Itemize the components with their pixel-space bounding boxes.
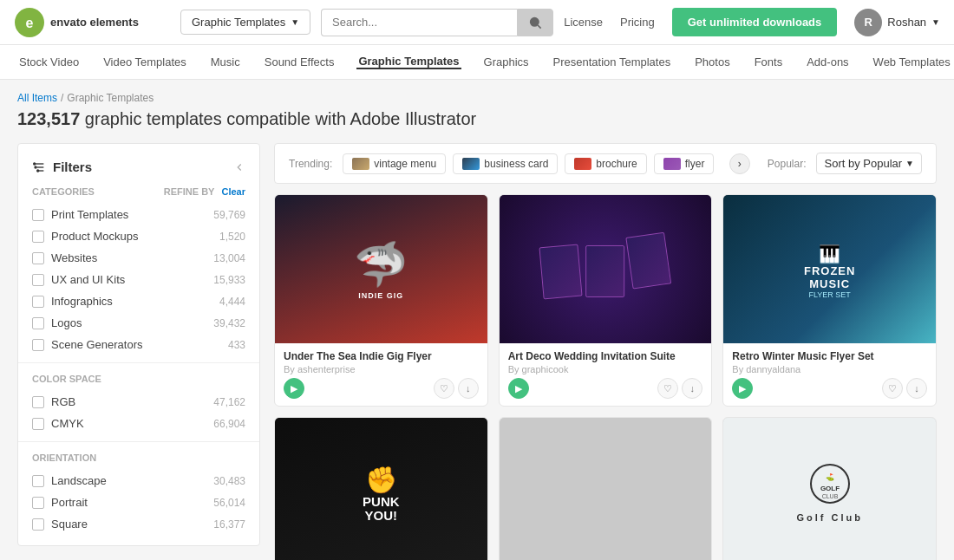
cat-nav-music[interactable]: Music — [209, 55, 242, 68]
breadcrumb-current: Graphic Templates — [67, 92, 154, 104]
logos-label: Logos — [51, 316, 82, 329]
scene-generators-label: Scene Generators — [51, 338, 143, 351]
sort-dropdown[interactable]: Sort by Popular ▼ — [816, 153, 922, 174]
card-3-title: Retro Winter Music Flyer Set — [732, 350, 927, 362]
websites-checkbox[interactable] — [32, 252, 44, 264]
get-unlimited-button[interactable]: Get unlimited downloads — [672, 8, 838, 36]
vintage-menu-thumb — [352, 158, 369, 170]
cat-nav-graphics[interactable]: Graphics — [482, 55, 531, 68]
filter-square: Square 16,377 — [18, 513, 259, 535]
category-dropdown[interactable]: Graphic Templates ▼ — [180, 10, 310, 35]
ux-ui-checkbox[interactable] — [32, 274, 44, 286]
card-3-download-btn[interactable]: ↓ — [906, 378, 927, 399]
logos-count: 39,432 — [213, 317, 245, 329]
svg-text:⛳: ⛳ — [826, 472, 834, 481]
cat-nav-photos[interactable]: Photos — [693, 55, 731, 68]
card-1-thumb: 🦈 INDIE GIG — [275, 195, 487, 343]
trending-label: Trending: — [289, 158, 332, 170]
svg-point-8 — [35, 166, 36, 168]
cat-nav-add-ons[interactable]: Add-ons — [805, 55, 850, 68]
shark-visual: 🦈 INDIE GIG — [275, 195, 487, 343]
search-button[interactable] — [517, 9, 553, 36]
divider-2 — [18, 441, 259, 442]
infographics-label: Infographics — [51, 295, 113, 308]
cat-nav-graphic-templates[interactable]: Graphic Templates — [356, 55, 461, 69]
card-1-download-btn[interactable]: ↓ — [458, 378, 479, 399]
wedding-card-1 — [539, 244, 583, 299]
filter-infographics: Infographics 4,444 — [18, 290, 259, 312]
art-deco-visual — [500, 195, 712, 343]
logo-text: envato elements — [50, 16, 139, 29]
ux-ui-count: 15,933 — [213, 274, 245, 286]
print-templates-label: Print Templates — [51, 208, 128, 221]
user-dropdown-icon: ▼ — [931, 17, 940, 27]
search-input[interactable] — [321, 9, 517, 36]
landscape-checkbox[interactable] — [32, 475, 44, 487]
result-description: graphic templates compatible with Adobe … — [85, 109, 476, 128]
clear-filters-link[interactable]: Clear — [221, 186, 245, 197]
flyer-thumb — [663, 158, 681, 170]
tag-flyer[interactable]: flyer — [654, 153, 715, 174]
card-1-info: Under The Sea Indie Gig Flyer By ashente… — [275, 343, 487, 406]
page-title: 123,517 graphic templates compatible wit… — [17, 109, 937, 129]
card-golf-club[interactable]: ⛳ GOLF CLUB Golf Club Golf Club Logo By … — [722, 417, 937, 560]
infographics-checkbox[interactable] — [32, 296, 44, 308]
logos-checkbox[interactable] — [32, 317, 44, 329]
card-brochure-resume[interactable]: Brochure – Resume Tri-Fold By artbart ▶ … — [499, 417, 713, 560]
card-2-bookmark-btn[interactable]: ♡ — [657, 378, 678, 399]
cat-nav-video-templates[interactable]: Video Templates — [101, 55, 188, 68]
square-checkbox[interactable] — [32, 518, 44, 531]
trending-next-button[interactable]: › — [729, 153, 750, 174]
scene-generators-checkbox[interactable] — [32, 339, 44, 351]
filter-portrait: Portrait 56,014 — [18, 492, 259, 513]
tag-brochure[interactable]: brochure — [565, 153, 646, 174]
breadcrumb-all-items[interactable]: All Items — [17, 92, 57, 104]
card-2-action-right: ♡ ↓ — [657, 378, 702, 399]
portrait-label: Portrait — [51, 496, 88, 509]
card-retro-winter-music[interactable]: 🎹 FROZEN MUSIC FLYER SET Retro Winter Mu… — [722, 194, 937, 407]
sidebar: Filters Categories Refine by Clear Print… — [17, 143, 260, 546]
card-3-bookmark-btn[interactable]: ♡ — [882, 378, 903, 399]
cmyk-checkbox[interactable] — [32, 418, 44, 430]
scene-generators-count: 433 — [228, 339, 245, 351]
filter-logos: Logos 39,432 — [18, 312, 259, 334]
card-1-preview-btn[interactable]: ▶ — [284, 378, 304, 399]
brochure-thumb — [574, 158, 591, 170]
card-2-preview-btn[interactable]: ▶ — [508, 378, 529, 399]
tag-business-card[interactable]: business card — [453, 153, 558, 174]
portrait-checkbox[interactable] — [32, 497, 44, 509]
card-1-bookmark-btn[interactable]: ♡ — [434, 378, 454, 399]
svg-point-7 — [34, 163, 36, 165]
top-bar: e envato elements Graphic Templates ▼ Li… — [0, 0, 954, 45]
portrait-count: 56,014 — [213, 497, 245, 509]
tag-vintage-menu[interactable]: vintage menu — [343, 153, 446, 174]
sort-label: Sort by Popular — [824, 157, 902, 170]
vintage-menu-label: vintage menu — [374, 158, 436, 170]
cat-nav-sound[interactable]: Sound Effects — [263, 55, 337, 68]
websites-label: Websites — [51, 251, 97, 264]
cat-nav-fonts[interactable]: Fonts — [753, 55, 785, 68]
user-menu[interactable]: R Roshan ▼ — [854, 9, 940, 36]
product-mockups-count: 1,520 — [219, 231, 245, 243]
license-link[interactable]: License — [564, 16, 603, 29]
logo-area: e envato elements — [14, 7, 170, 38]
orientation-label: Orientation — [32, 453, 96, 463]
collapse-icon[interactable] — [233, 161, 245, 173]
card-3-preview-btn[interactable]: ▶ — [732, 378, 753, 399]
breadcrumb-area: All Items / Graphic Templates — [0, 80, 954, 104]
card-2-download-btn[interactable]: ↓ — [682, 378, 702, 399]
product-mockups-checkbox[interactable] — [32, 231, 44, 243]
cat-nav-presentation-templates[interactable]: Presentation Templates — [552, 55, 673, 68]
print-templates-checkbox[interactable] — [32, 209, 44, 221]
brochure-visual — [500, 418, 712, 560]
cat-nav-stock-video[interactable]: Stock Video — [17, 55, 81, 68]
card-under-the-sea[interactable]: 🦈 INDIE GIG Under The Sea Indie Gig Flye… — [274, 194, 488, 407]
pricing-link[interactable]: Pricing — [620, 16, 655, 29]
color-space-header: Color Space — [18, 370, 259, 391]
cat-nav-web-templates[interactable]: Web Templates — [872, 55, 952, 68]
card-4-thumb: ✊ PUNK YOU! — [275, 418, 487, 560]
rgb-checkbox[interactable] — [32, 396, 44, 408]
ux-ui-label: UX and UI Kits — [51, 273, 125, 286]
card-punk-tshirt[interactable]: ✊ PUNK YOU! Punk You! T-Shirt Design By … — [274, 417, 488, 560]
card-art-deco-wedding[interactable]: Art Deco Wedding Invitation Suite By gra… — [499, 194, 713, 407]
